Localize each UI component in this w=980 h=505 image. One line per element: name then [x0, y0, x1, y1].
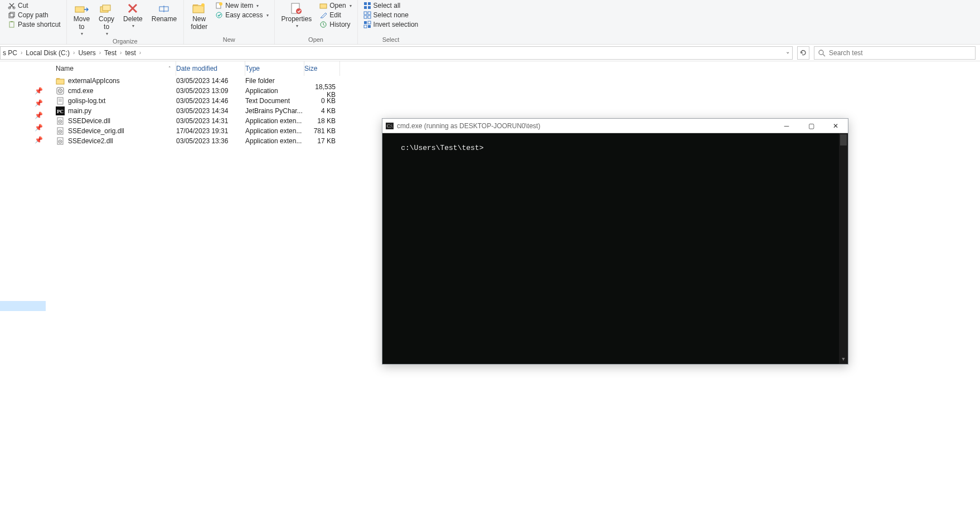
file-row[interactable]: cmd.exe03/05/2023 13:09Application18,535…: [50, 86, 980, 96]
select-none-label: Select none: [373, 11, 409, 19]
select-none-button[interactable]: Select none: [361, 11, 421, 20]
file-row[interactable]: externalAppIcons03/05/2023 14:46File fol…: [50, 76, 980, 86]
properties-icon: [290, 2, 303, 14]
cmd-titlebar[interactable]: C:\ cmd.exe (running as DESKTOP-JOORUN0\…: [382, 119, 848, 133]
column-header-date[interactable]: Date modified: [176, 61, 245, 76]
minimize-icon: ─: [784, 122, 789, 130]
easy-access-button[interactable]: Easy access ▾: [213, 11, 270, 20]
address-bar: s PC› Local Disk (C:)› Users› Test› test…: [0, 45, 980, 61]
copy-to-button[interactable]: Copy to ▾: [95, 1, 118, 37]
breadcrumb-item[interactable]: s PC›: [3, 49, 22, 57]
svg-point-46: [60, 121, 61, 122]
svg-rect-34: [56, 79, 64, 84]
breadcrumb-item[interactable]: Local Disk (C:)›: [26, 49, 75, 57]
scroll-thumb[interactable]: [840, 134, 847, 145]
cut-button[interactable]: Cut: [6, 1, 63, 10]
select-all-icon: [363, 2, 371, 9]
ribbon-group-select: Select all Select none Invert selection …: [357, 0, 424, 44]
history-icon: [319, 21, 327, 28]
edit-button[interactable]: Edit: [317, 11, 353, 20]
file-name: main.py: [68, 107, 91, 115]
svg-rect-18: [320, 4, 327, 8]
search-input[interactable]: [829, 49, 972, 57]
select-all-button[interactable]: Select all: [361, 1, 421, 10]
column-header-type[interactable]: Type: [245, 61, 304, 76]
file-type: File folder: [245, 77, 304, 85]
file-icon: PC: [56, 106, 65, 115]
open-button[interactable]: Open ▾: [317, 1, 353, 10]
history-button[interactable]: History: [317, 20, 353, 29]
cmd-terminal[interactable]: c:\Users\Test\test> ▲ ▼: [382, 133, 848, 364]
column-header-label: Type: [245, 65, 260, 72]
pin-icon: 📌: [35, 123, 42, 133]
file-type: Text Document: [245, 97, 304, 105]
nav-selected-item[interactable]: [0, 301, 46, 311]
file-date: 17/04/2023 19:31: [176, 127, 245, 135]
ribbon-group-new: New folder New item ▾ Easy access ▾: [183, 0, 274, 44]
file-name: SSEdevice_orig.dll: [68, 127, 124, 135]
maximize-button[interactable]: ▢: [799, 119, 823, 133]
paste-shortcut-button[interactable]: Paste shortcut: [6, 20, 63, 29]
cmd-scrollbar[interactable]: ▲ ▼: [839, 133, 848, 364]
scroll-down-icon[interactable]: ▼: [839, 355, 848, 364]
breadcrumb[interactable]: s PC› Local Disk (C:)› Users› Test› test…: [0, 46, 793, 60]
new-group-label: New: [223, 36, 235, 44]
cut-icon: [8, 2, 16, 9]
sort-ascending-icon: ˄: [168, 66, 176, 71]
search-box[interactable]: [814, 46, 976, 60]
copy-path-label: Copy path: [18, 11, 48, 19]
file-date: 03/05/2023 13:36: [176, 137, 245, 145]
pin-icon: 📌: [35, 98, 42, 108]
breadcrumb-item[interactable]: test›: [125, 49, 141, 57]
breadcrumb-label: Test: [104, 49, 117, 57]
chevron-right-icon: ›: [21, 50, 22, 56]
file-row[interactable]: PCmain.py03/05/2023 14:34JetBrains PyCha…: [50, 106, 980, 116]
file-row[interactable]: golisp-log.txt03/05/2023 14:46Text Docum…: [50, 96, 980, 106]
chevron-right-icon: ›: [99, 50, 101, 56]
ribbon: Cut Copy path Paste shortcut: [0, 0, 980, 45]
file-size: 17 KB: [304, 137, 340, 145]
file-size: 0 KB: [304, 97, 340, 105]
invert-selection-button[interactable]: Invert selection: [361, 20, 421, 29]
breadcrumb-dropdown[interactable]: ⌄: [785, 48, 790, 55]
breadcrumb-item[interactable]: Users›: [78, 49, 101, 57]
svg-rect-4: [9, 22, 14, 27]
cut-label: Cut: [18, 2, 28, 9]
new-item-button[interactable]: New item ▾: [213, 1, 270, 10]
pin-icon: 📌: [35, 110, 42, 120]
move-to-button[interactable]: Move to ▾: [70, 1, 93, 37]
svg-point-32: [819, 50, 823, 55]
file-size: 18,535 KB: [304, 83, 340, 99]
delete-button[interactable]: Delete ▾: [120, 1, 146, 30]
rename-icon: [158, 2, 170, 14]
maximize-icon: ▢: [808, 122, 814, 130]
chevron-right-icon: ›: [73, 50, 75, 56]
svg-rect-24: [364, 12, 367, 14]
select-none-icon: [363, 11, 371, 19]
column-header-size[interactable]: Size: [304, 61, 340, 76]
invert-selection-label: Invert selection: [373, 21, 419, 28]
file-icon: [56, 127, 65, 135]
svg-rect-20: [364, 2, 367, 5]
cmd-window-controls: ─ ▢ ✕: [774, 119, 848, 133]
cmd-window[interactable]: C:\ cmd.exe (running as DESKTOP-JOORUN0\…: [382, 118, 848, 365]
breadcrumb-item[interactable]: Test›: [104, 49, 122, 57]
chevron-down-icon: ▾: [81, 31, 83, 36]
column-header-label: Date modified: [176, 65, 217, 72]
svg-rect-6: [75, 7, 84, 12]
open-icon: [319, 2, 327, 9]
new-folder-button[interactable]: New folder: [187, 1, 211, 32]
column-header-name[interactable]: Name ˄: [50, 61, 176, 76]
close-button[interactable]: ✕: [823, 119, 848, 133]
properties-button[interactable]: Properties ▾: [278, 1, 316, 30]
minimize-button[interactable]: ─: [774, 119, 799, 133]
rename-button[interactable]: Rename: [148, 1, 180, 24]
copy-path-button[interactable]: Copy path: [6, 11, 63, 20]
file-date: 03/05/2023 14:46: [176, 97, 245, 105]
svg-text:PC: PC: [57, 109, 64, 114]
refresh-button[interactable]: [797, 46, 809, 60]
file-type: JetBrains PyChar...: [245, 107, 304, 115]
file-name: externalAppIcons: [68, 77, 120, 85]
new-item-label: New item: [225, 2, 253, 9]
paste-shortcut-label: Paste shortcut: [18, 21, 61, 28]
